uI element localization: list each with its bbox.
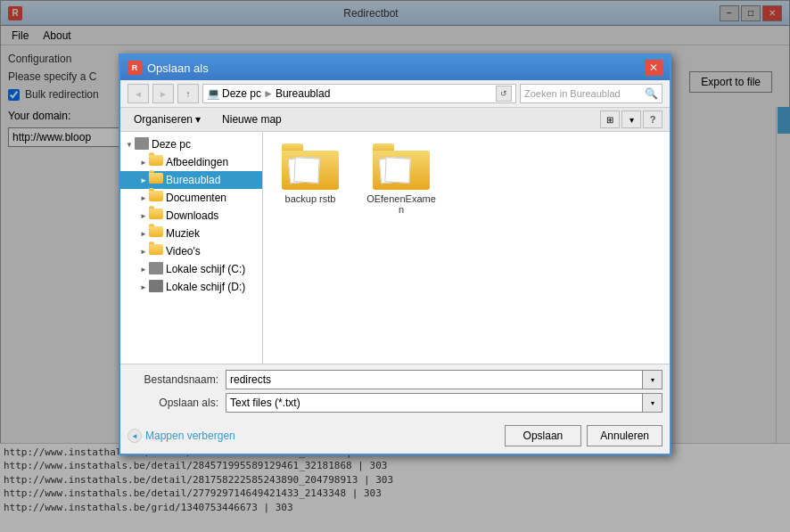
tree-item-schijf-c[interactable]: ► Lokale schijf (C:)	[120, 260, 262, 278]
location-bar: 💻 Deze pc ► Bureaublad ↺	[202, 84, 516, 103]
nav-forward-button[interactable]: ►	[152, 84, 174, 103]
filename-input[interactable]	[226, 370, 643, 389]
tree-expand-d: ►	[138, 282, 149, 292]
tree-item-documenten[interactable]: ► Documenten	[120, 189, 262, 207]
dialog-files: backup rstb OEfenenExamen	[263, 132, 670, 364]
dialog-icon: R	[128, 61, 142, 75]
folder-icon-muz	[149, 226, 163, 237]
drive-icon-c	[149, 262, 163, 274]
save-button[interactable]: Opslaan	[505, 425, 582, 446]
tree-item-schijf-d[interactable]: ► Lokale schijf (D:)	[120, 278, 262, 296]
filename-dropdown[interactable]: ▾	[643, 370, 662, 389]
dialog-title-bar: R Opslaan als ✕	[120, 55, 670, 80]
tree-item-bureaublad[interactable]: ► Bureaublad	[120, 171, 262, 189]
view-dropdown-button[interactable]: ▾	[621, 110, 641, 128]
file-label-backup: backup rstb	[285, 193, 336, 204]
view-controls: ⊞ ▾ ?	[600, 110, 662, 128]
new-folder-button[interactable]: Nieuwe map	[214, 110, 290, 128]
folder-icon-doc	[149, 191, 163, 201]
tree-item-downloads[interactable]: ► Downloads	[120, 207, 262, 225]
filename-label: Bestandsnaam:	[128, 373, 226, 386]
dialog-toolbar: ◄ ► ↑ 💻 Deze pc ► Bureaublad ↺ Zoeken in…	[120, 80, 670, 108]
dialog-sidebar: ▼ Deze pc ► Afbeeldingen ►	[120, 132, 263, 364]
file-item-backup[interactable]: backup rstb	[270, 139, 350, 219]
filetype-label: Opslaan als:	[128, 397, 226, 409]
dialog-bottom-fields: Bestandsnaam: ▾ Opslaan als: ▾	[120, 364, 670, 422]
folder-icon-bureau	[149, 173, 163, 184]
tree-item-muziek[interactable]: ► Muziek	[120, 225, 262, 242]
nav-up-button[interactable]: ↑	[177, 84, 199, 103]
tree-expand-pc: ▼	[124, 139, 135, 150]
tree-expand-c: ►	[138, 264, 149, 274]
dialog-footer: ◄ Mappen verbergen Opslaan Annuleren	[120, 422, 670, 454]
folder-icon-afb	[149, 155, 163, 166]
tree-expand-dl: ►	[138, 210, 149, 221]
file-item-oefenen[interactable]: OEfenenExamen	[361, 139, 441, 219]
filetype-row: Opslaan als: ▾	[128, 393, 662, 413]
pc-icon: 💻	[207, 87, 220, 100]
organize-dropdown-icon: ▾	[195, 113, 201, 126]
breadcrumb-separator: ►	[263, 87, 274, 100]
tree-expand-muz: ►	[138, 228, 149, 239]
search-bar: Zoeken in Bureaublad 🔍	[520, 84, 662, 103]
file-label-oefenen: OEfenenExamen	[366, 193, 437, 215]
tree-expand-afb: ►	[138, 157, 149, 168]
tree-item-afbeeldingen[interactable]: ► Afbeeldingen	[120, 153, 262, 171]
breadcrumb-pc: Deze pc	[222, 87, 261, 100]
tree-expand-bureau: ►	[138, 175, 149, 185]
breadcrumb-current: Bureaublad	[276, 87, 330, 100]
folder-icon-oefenen	[373, 143, 430, 190]
dialog-overlay: R Opslaan als ✕ ◄ ► ↑ 💻 Deze pc ► Bureau…	[0, 0, 790, 532]
tree-item-deze-pc[interactable]: ▼ Deze pc	[120, 135, 262, 153]
organize-button[interactable]: Organiseren ▾	[128, 110, 207, 128]
filename-row: Bestandsnaam: ▾	[128, 370, 662, 389]
hide-icon: ◄	[128, 429, 142, 443]
folder-icon-dl	[149, 209, 163, 219]
refresh-button[interactable]: ↺	[496, 86, 512, 102]
tree-item-videos[interactable]: ► Video's	[120, 242, 262, 260]
footer-buttons: Opslaan Annuleren	[505, 425, 662, 446]
search-icon: 🔍	[645, 87, 658, 100]
breadcrumb: 💻 Deze pc ► Bureaublad	[207, 87, 330, 100]
save-dialog: R Opslaan als ✕ ◄ ► ↑ 💻 Deze pc ► Bureau…	[119, 53, 671, 455]
dialog-title-left: R Opslaan als	[128, 61, 209, 75]
view-icon-button[interactable]: ⊞	[600, 110, 620, 128]
dialog-toolbar2: Organiseren ▾ Nieuwe map ⊞ ▾ ?	[120, 108, 670, 132]
dialog-title: Opslaan als	[147, 61, 209, 75]
drive-icon-d	[149, 280, 163, 292]
nav-back-button[interactable]: ◄	[128, 84, 149, 103]
pc-icon-tree	[135, 137, 149, 150]
tree-expand-vid: ►	[138, 246, 149, 257]
filetype-input-container: ▾	[226, 393, 662, 413]
filename-input-container: ▾	[226, 370, 662, 389]
help-button[interactable]: ?	[643, 110, 662, 128]
filetype-input[interactable]	[226, 393, 643, 413]
folder-icon-vid	[149, 244, 163, 255]
cancel-button[interactable]: Annuleren	[587, 425, 662, 446]
search-placeholder: Zoeken in Bureaublad	[524, 88, 641, 99]
filetype-dropdown[interactable]: ▾	[643, 393, 662, 413]
tree-expand-doc: ►	[138, 192, 149, 203]
folder-icon-backup	[282, 143, 339, 190]
hide-folders-button[interactable]: ◄ Mappen verbergen	[128, 429, 235, 443]
dialog-main: ▼ Deze pc ► Afbeeldingen ►	[120, 132, 670, 364]
dialog-close-button[interactable]: ✕	[645, 60, 662, 76]
